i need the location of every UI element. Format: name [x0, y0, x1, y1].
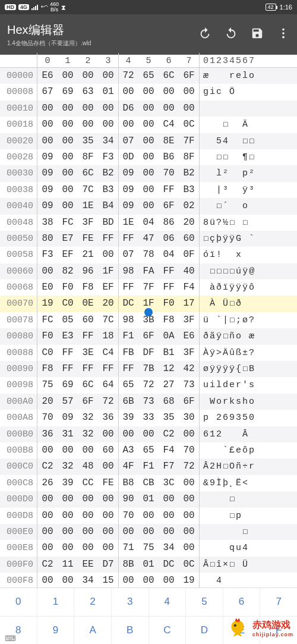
hex-byte[interactable]: 00 — [98, 524, 118, 540]
hex-byte[interactable]: 1E — [118, 215, 138, 231]
hex-byte[interactable]: FF — [118, 231, 138, 247]
hex-row[interactable]: 000086769630100000000gic Ö — [0, 84, 297, 100]
hex-byte[interactable]: F8 — [78, 279, 98, 296]
save-button[interactable] — [251, 27, 264, 42]
hex-byte[interactable]: 71 — [118, 540, 138, 556]
hex-byte[interactable]: 00 — [78, 524, 98, 540]
hex-byte[interactable]: 00 — [58, 68, 78, 84]
hex-row[interactable]: 0003809007CB30900FFB3 |³ ÿ³ — [0, 182, 297, 198]
hex-byte[interactable]: 11 — [58, 557, 78, 573]
hex-byte[interactable]: 00 — [58, 491, 78, 507]
hex-byte[interactable]: F0 — [58, 279, 78, 296]
key-D[interactable]: D — [186, 617, 223, 645]
hex-byte[interactable]: FC — [58, 215, 78, 231]
hex-byte[interactable]: 00 — [159, 100, 179, 117]
hex-byte[interactable]: 12 — [159, 361, 179, 377]
hex-byte[interactable]: 72 — [179, 458, 199, 475]
hex-byte[interactable]: 8E — [159, 133, 179, 149]
key-7[interactable]: 7 — [260, 588, 297, 616]
hex-byte[interactable]: 00 — [159, 491, 179, 507]
hex-byte[interactable]: 00 — [138, 149, 159, 165]
hex-byte[interactable]: 04 — [159, 247, 179, 263]
hex-byte[interactable]: 6C — [78, 377, 98, 393]
hex-byte[interactable]: 00 — [179, 508, 199, 524]
hex-byte[interactable]: 70 — [159, 165, 179, 181]
hex-byte[interactable]: 00 — [138, 198, 159, 214]
key-2[interactable]: 2 — [74, 588, 112, 616]
hex-byte[interactable]: 96 — [78, 263, 98, 279]
hex-byte[interactable]: C2 — [37, 458, 58, 475]
hex-byte[interactable]: 00 — [159, 508, 179, 524]
hex-byte[interactable]: 0C — [179, 557, 199, 573]
hex-byte[interactable]: 00 — [37, 491, 58, 507]
hex-byte[interactable]: 00 — [138, 84, 159, 100]
ascii-cell[interactable]: ☐ — [200, 524, 255, 540]
hex-byte[interactable]: 36 — [37, 426, 58, 442]
hex-byte[interactable]: 78 — [138, 247, 159, 263]
hex-byte[interactable]: 00 — [37, 442, 58, 458]
hex-byte[interactable]: 1F — [138, 296, 159, 312]
ascii-cell[interactable]: 4 — [200, 573, 255, 589]
hex-byte[interactable]: 00 — [78, 508, 98, 524]
hex-byte[interactable]: 19 — [179, 573, 199, 589]
hex-byte[interactable]: 48 — [78, 458, 98, 475]
hex-byte[interactable]: 57 — [58, 394, 78, 410]
hex-byte[interactable]: 00 — [138, 133, 159, 149]
hex-byte[interactable]: 6C — [159, 68, 179, 84]
hex-byte[interactable]: 98 — [118, 263, 138, 279]
hex-byte[interactable]: 73 — [138, 394, 159, 410]
hex-byte[interactable]: 40 — [179, 263, 199, 279]
hex-byte[interactable]: 27 — [159, 377, 179, 393]
hex-byte[interactable]: 02 — [179, 198, 199, 214]
hex-byte[interactable]: B3 — [179, 182, 199, 198]
hex-byte[interactable]: 00 — [98, 458, 118, 475]
hex-byte[interactable]: 72 — [138, 377, 159, 393]
ascii-cell[interactable]: ☐´ o — [200, 198, 255, 214]
hex-byte[interactable]: B8 — [118, 475, 138, 491]
hex-byte[interactable]: B1 — [159, 345, 179, 361]
hex-byte[interactable]: 35 — [78, 133, 98, 149]
hex-byte[interactable]: D6 — [118, 100, 138, 117]
hex-byte[interactable]: FF — [159, 279, 179, 296]
hex-byte[interactable]: 1F — [98, 263, 118, 279]
hex-byte[interactable]: 00 — [138, 182, 159, 198]
hex-byte[interactable]: 3F — [179, 345, 199, 361]
hex-byte[interactable]: B4 — [98, 198, 118, 214]
hex-byte[interactable]: 86 — [159, 215, 179, 231]
hex-byte[interactable]: 0F — [179, 247, 199, 263]
hex-row[interactable]: 0009875696C6465722773uilder's — [0, 377, 297, 393]
hex-byte[interactable]: 09 — [118, 182, 138, 198]
hex-byte[interactable]: 00 — [78, 540, 98, 556]
ascii-cell[interactable]: l² p² — [200, 165, 255, 181]
hex-byte[interactable]: FF — [78, 328, 98, 344]
hex-byte[interactable]: 00 — [37, 117, 58, 133]
hex-byte[interactable]: D7 — [98, 557, 118, 573]
hex-byte[interactable]: DF — [138, 345, 159, 361]
hex-row[interactable]: 00080F0E3FF18F16F0AE6ðãÿ☐ño æ — [0, 328, 297, 344]
hex-byte[interactable]: 73 — [179, 377, 199, 393]
hex-byte[interactable]: A3 — [118, 442, 138, 458]
hex-row[interactable]: 000B0363132000000C200612 Â — [0, 426, 297, 442]
hex-row[interactable]: 000C82639CCFEB8CB3C00&9Ìþ¸Ë< — [0, 475, 297, 491]
hex-byte[interactable]: C4 — [159, 117, 179, 133]
hex-byte[interactable]: 00 — [179, 475, 199, 491]
key-6[interactable]: 6 — [223, 588, 261, 616]
hex-row[interactable]: 0007019C00E20DC1FF017 À Ü☐ð — [0, 296, 297, 312]
hex-byte[interactable]: FB — [118, 345, 138, 361]
ascii-cell[interactable]: Â☐î×☐ Ü — [200, 557, 255, 573]
hex-byte[interactable]: 00 — [37, 508, 58, 524]
hex-byte[interactable]: E0 — [37, 279, 58, 296]
ascii-cell[interactable]: Àÿ>Äûß±? — [200, 345, 255, 361]
hex-byte[interactable]: 8F — [78, 149, 98, 165]
ascii-cell[interactable]: óï! x — [200, 247, 255, 263]
hex-byte[interactable]: 21 — [78, 247, 98, 263]
hex-byte[interactable]: EF — [58, 247, 78, 263]
hex-byte[interactable]: 3F — [179, 312, 199, 328]
hex-byte[interactable]: FF — [118, 279, 138, 296]
hex-byte[interactable]: 17 — [179, 296, 199, 312]
hex-row[interactable]: 0001000000000D6000000 — [0, 100, 297, 117]
ascii-cell[interactable]: À Ü☐ð — [200, 296, 249, 312]
hex-row[interactable]: 000E80000000071753400 qu4 — [0, 540, 297, 556]
hex-byte[interactable]: 6F — [179, 394, 199, 410]
hex-byte[interactable]: 32 — [78, 410, 98, 426]
